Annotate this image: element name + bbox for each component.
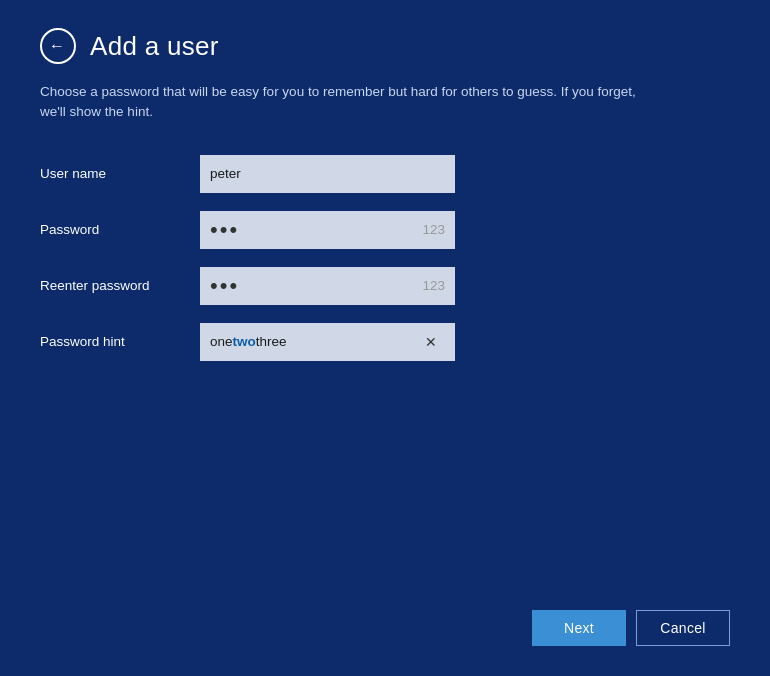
username-input[interactable] [200, 155, 455, 193]
hint-suffix: three [256, 334, 287, 349]
reenter-dots: ••• [210, 275, 239, 297]
back-button[interactable]: ← [40, 28, 76, 64]
reenter-field[interactable]: ••• 123 [200, 267, 455, 305]
clear-hint-button[interactable]: ✕ [417, 328, 445, 356]
next-button[interactable]: Next [532, 610, 626, 646]
page-title: Add a user [90, 31, 219, 62]
username-label: User name [40, 166, 200, 181]
reenter-watermark: 123 [422, 278, 445, 293]
back-arrow-icon: ← [49, 38, 65, 54]
hint-highlight: two [233, 334, 256, 349]
password-dots: ••• [210, 219, 239, 241]
description-text: Choose a password that will be easy for … [40, 82, 660, 123]
reenter-label: Reenter password [40, 278, 200, 293]
reenter-password-row: Reenter password ••• 123 [40, 267, 730, 305]
hint-text: onetwothree [210, 334, 417, 349]
hint-field[interactable]: onetwothree ✕ [200, 323, 455, 361]
form-area: User name Password ••• 123 Reenter passw… [40, 155, 730, 379]
footer: Next Cancel [532, 610, 730, 646]
cancel-button[interactable]: Cancel [636, 610, 730, 646]
password-row: Password ••• 123 [40, 211, 730, 249]
password-watermark: 123 [422, 222, 445, 237]
header: ← Add a user [40, 28, 730, 64]
username-row: User name [40, 155, 730, 193]
hint-row: Password hint onetwothree ✕ [40, 323, 730, 361]
hint-label: Password hint [40, 334, 200, 349]
page-container: ← Add a user Choose a password that will… [0, 0, 770, 676]
hint-prefix: one [210, 334, 233, 349]
password-label: Password [40, 222, 200, 237]
password-field[interactable]: ••• 123 [200, 211, 455, 249]
